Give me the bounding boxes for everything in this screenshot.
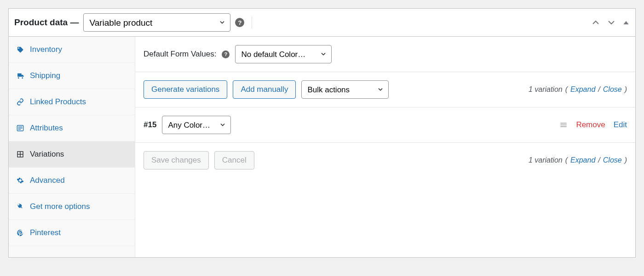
sidebar-item-get-more-options[interactable]: Get more options: [9, 194, 135, 220]
svg-rect-2: [18, 128, 22, 128]
sidebar-item-label: Inventory: [30, 45, 62, 54]
panel-move-up-icon[interactable]: [591, 18, 600, 27]
list-icon: [16, 124, 24, 132]
sidebar-item-label: Get more options: [30, 202, 90, 211]
sidebar-item-variations[interactable]: Variations: [9, 141, 135, 168]
cancel-button[interactable]: Cancel: [214, 151, 254, 169]
sidebar-item-label: Attributes: [30, 124, 63, 133]
variation-count-text: 1 variation: [529, 85, 563, 94]
edit-variation-link[interactable]: Edit: [614, 120, 627, 130]
tag-icon: [16, 45, 24, 54]
sidebar: Inventory Shipping Linked Products Attri…: [9, 37, 135, 257]
close-link[interactable]: Close: [603, 156, 622, 164]
sidebar-item-shipping[interactable]: Shipping: [9, 63, 135, 89]
drag-handle-icon[interactable]: [559, 121, 568, 129]
panel-body: Inventory Shipping Linked Products Attri…: [9, 37, 635, 257]
product-data-panel: Product data — Variable product ?: [8, 8, 636, 258]
default-form-values-label: Default Form Values:: [144, 50, 216, 59]
sidebar-item-label: Shipping: [30, 71, 60, 80]
product-type-select[interactable]: Variable product: [83, 13, 230, 32]
plug-icon: [16, 203, 24, 211]
variation-count-bottom: 1 variation (Expand / Close): [529, 156, 627, 164]
default-color-select[interactable]: No default Color…: [235, 45, 332, 63]
sidebar-item-advanced[interactable]: Advanced: [9, 168, 135, 194]
panel-header-controls: [591, 18, 630, 27]
variations-pane: Default Form Values: ? No default Color……: [135, 37, 635, 257]
expand-link[interactable]: Expand: [570, 156, 595, 164]
sidebar-item-label: Advanced: [30, 176, 65, 185]
truck-icon: [16, 72, 24, 80]
sidebar-item-label: Pinterest: [30, 228, 61, 237]
save-changes-button[interactable]: Save changes: [144, 151, 209, 169]
link-icon: [16, 98, 24, 106]
help-icon[interactable]: ?: [222, 51, 230, 58]
panel-move-down-icon[interactable]: [607, 18, 616, 27]
add-manually-button[interactable]: Add manually: [233, 80, 296, 99]
sidebar-item-inventory[interactable]: Inventory: [9, 37, 135, 63]
variation-id: #15: [144, 120, 156, 130]
svg-rect-1: [18, 127, 22, 127]
bulk-actions-select[interactable]: Bulk actions: [301, 80, 389, 99]
panel-collapse-icon[interactable]: [622, 19, 630, 26]
remove-variation-link[interactable]: Remove: [576, 120, 605, 130]
divider: [252, 17, 252, 28]
sidebar-item-linked-products[interactable]: Linked Products: [9, 89, 135, 115]
variation-count-text: 1 variation: [529, 156, 563, 164]
default-form-values-row: Default Form Values: ? No default Color…: [135, 37, 635, 72]
variation-attribute-select[interactable]: Any Color…: [162, 116, 231, 134]
sidebar-item-pinterest[interactable]: Pinterest: [9, 220, 135, 246]
sidebar-item-label: Linked Products: [30, 97, 86, 107]
pinterest-icon: [16, 229, 24, 237]
panel-title: Product data —: [14, 17, 79, 28]
close-link[interactable]: Close: [603, 85, 622, 94]
sidebar-item-label: Variations: [30, 150, 64, 159]
expand-link[interactable]: Expand: [570, 85, 595, 94]
grid-icon: [16, 150, 24, 158]
variations-footer: Save changes Cancel 1 variation (Expand …: [135, 143, 635, 178]
sidebar-item-attributes[interactable]: Attributes: [9, 115, 135, 141]
variations-toolbar: Generate variations Add manually Bulk ac…: [135, 72, 635, 107]
variation-count-top: 1 variation (Expand / Close): [529, 85, 627, 94]
panel-header: Product data — Variable product ?: [9, 9, 635, 37]
variation-row[interactable]: #15 Any Color… Remove Edit: [135, 107, 635, 143]
gear-icon: [16, 176, 24, 185]
svg-rect-3: [18, 129, 21, 130]
help-icon[interactable]: ?: [235, 18, 244, 27]
generate-variations-button[interactable]: Generate variations: [144, 80, 227, 99]
variation-actions: Remove Edit: [559, 120, 627, 130]
